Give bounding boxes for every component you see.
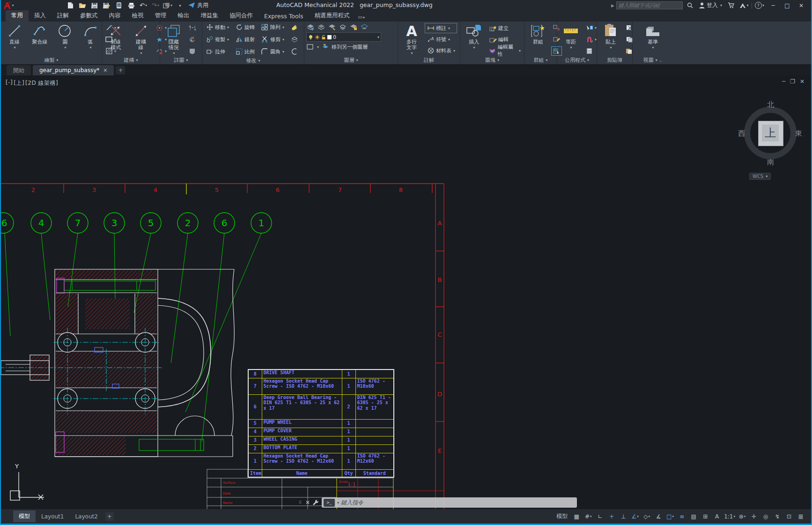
visual-style-menu-button[interactable]: [2D 線架構] — [25, 79, 58, 87]
stretch-button[interactable]: 拉伸 — [204, 47, 233, 56]
arc-button[interactable]: 弧▾ — [79, 22, 102, 56]
annotation-visibility-toggle[interactable]: A — [711, 511, 723, 522]
help-button[interactable]: ?▾ — [754, 0, 765, 10]
new-layout-button[interactable]: + — [105, 512, 114, 521]
layout1-tab[interactable]: Layout1 — [36, 511, 69, 522]
drawing-canvas[interactable]: 2 3 4 5 6 7 8 A B C D E — [1, 75, 811, 509]
grid-toggle[interactable]: ▦ — [571, 511, 582, 522]
ray-mode-button[interactable]: 射線 模式 — [104, 22, 127, 56]
model-tab[interactable]: 模型 — [13, 510, 36, 522]
layer-off-button[interactable] — [306, 43, 314, 51]
viewcube-top-face[interactable]: 上 — [758, 121, 783, 146]
file-tab-document[interactable]: gear_pump_subassy* ✕ — [33, 65, 114, 75]
redo-button[interactable]: ↷▾ — [150, 0, 161, 10]
balloon-callouts[interactable]: 6 4 7 3 5 2 6 1 — [1, 213, 272, 233]
search-button[interactable] — [685, 0, 696, 10]
panel-label-annotate[interactable]: 註解 — [398, 56, 460, 64]
viewcube[interactable]: 北 西 東 南 上 — [740, 103, 801, 163]
save-button[interactable] — [89, 0, 100, 10]
tab-addins[interactable]: 增益集 — [195, 10, 224, 22]
scale-button[interactable]: 比例 — [234, 47, 258, 56]
paste-button[interactable]: 貼上▾ — [599, 22, 622, 56]
detail-rotate-button[interactable]: A — [187, 35, 197, 44]
panel-label-group[interactable]: 群組▾ — [524, 56, 557, 64]
measure-button[interactable]: 等距▾ — [559, 22, 583, 56]
move-button[interactable]: 移動▾ — [204, 22, 233, 32]
hide-situation-button[interactable]: 隱藏 情況▾ — [162, 22, 185, 56]
ribbon-display-toggle[interactable]: ▭▾ — [355, 12, 368, 22]
view-menu-button[interactable]: [上] — [14, 79, 24, 87]
move-to-layer-icon[interactable] — [321, 43, 329, 51]
new-drawing-tab-button[interactable]: + — [116, 66, 125, 74]
layer-lock-button[interactable] — [349, 23, 357, 31]
search-input[interactable] — [616, 1, 683, 9]
line-button[interactable]: 直線▾ — [3, 22, 26, 56]
layer-isolate-button[interactable] — [328, 23, 336, 31]
erase-button[interactable] — [289, 22, 302, 32]
panel-label-block[interactable]: 圖塊▾ — [460, 56, 524, 64]
block-create-button[interactable]: 建立 — [487, 23, 522, 33]
viewport-menu-button[interactable]: [-] — [6, 79, 13, 87]
layer-dropdown[interactable]: 0 ▾ — [306, 32, 381, 42]
tab-express-tools[interactable]: Express Tools — [258, 11, 309, 22]
tab-manage[interactable]: 管理 — [149, 10, 172, 22]
file-tab-close-icon[interactable]: ✕ — [103, 67, 107, 74]
command-input-bar[interactable]: >_ ▾ 鍵入指令 — [322, 497, 577, 508]
workspace-switching-button[interactable]: ⊛▾ — [737, 511, 748, 522]
viewcube-west[interactable]: 西 — [738, 129, 745, 138]
command-line[interactable]: ⠿ ✕ >_ ▾ 鍵入指令 — [299, 496, 577, 509]
app-menu-button[interactable]: ▾ — [3, 0, 14, 10]
sign-in-button[interactable]: 登入 ▾ — [698, 0, 723, 10]
tab-collaborate[interactable]: 協同合作 — [224, 10, 258, 22]
power-snap-button[interactable]: ▾ — [584, 35, 598, 44]
doc-close-button[interactable]: ✕ — [800, 78, 805, 85]
construction-line-button[interactable]: 建構 線▾ — [129, 22, 153, 56]
dynamic-input-toggle[interactable]: + — [606, 511, 617, 522]
model-space-toggle[interactable]: 模型 — [554, 511, 570, 522]
layer-match-button[interactable] — [360, 23, 368, 31]
layout2-tab[interactable]: Layout2 — [69, 511, 103, 522]
panel-label-clipboard[interactable]: 剪貼簿 — [597, 56, 632, 64]
layer-freeze-button[interactable] — [339, 23, 347, 31]
panel-label-draw[interactable]: 繪製▾ — [1, 56, 102, 64]
open-from-web-mobile-button[interactable] — [113, 0, 125, 10]
bom-button[interactable]: 材料表▾ — [425, 46, 457, 55]
command-line-close-icon[interactable]: ✕ — [305, 499, 310, 506]
new-file-button[interactable] — [65, 0, 76, 10]
tab-featured-apps[interactable]: 精選應用程式 — [309, 10, 355, 22]
close-button[interactable]: ✕ — [795, 0, 807, 10]
panel-label-utilities[interactable]: 公用程式▾ — [557, 56, 597, 64]
quick-select-button[interactable]: ▾ — [584, 23, 598, 32]
undo-button[interactable]: ↶▾ — [138, 0, 149, 10]
save-as-button[interactable] — [101, 0, 112, 10]
annotation-scale-button[interactable]: 1:1▾ — [723, 511, 736, 522]
array-button[interactable]: 陣列▾ — [259, 22, 288, 32]
command-prompt-icon[interactable]: >_ — [324, 499, 335, 507]
annotation-monitor-toggle[interactable]: ✛ — [748, 511, 760, 522]
object-snap-toggle[interactable]: □▾ — [664, 511, 676, 522]
panel-label-modify[interactable]: 修改▾ — [202, 57, 304, 64]
doc-minimize-button[interactable]: ─ — [782, 78, 785, 85]
polar-tracking-toggle[interactable]: ∠▾ — [629, 511, 641, 522]
viewcube-east[interactable]: 東 — [795, 129, 802, 138]
polyline-button[interactable]: 聚合線 — [28, 22, 52, 56]
copy-button[interactable]: 複製▾ — [204, 35, 233, 44]
break-button[interactable] — [289, 47, 302, 56]
clean-screen-button[interactable]: ⊡ — [783, 511, 795, 522]
viewcube-north[interactable]: 北 — [767, 100, 774, 109]
tab-content[interactable]: 內容 — [103, 10, 126, 22]
panel-label-view[interactable]: 視圖▾⌄ — [633, 56, 673, 64]
open-file-button[interactable] — [77, 0, 88, 10]
block-edit-attributes-button[interactable]: 編輯屬性▾ — [487, 46, 522, 55]
command-line-drag-handle[interactable]: ⠿ — [299, 502, 303, 504]
transparency-toggle[interactable]: ▤ — [688, 511, 699, 522]
app-store-button[interactable] — [725, 0, 737, 10]
isolate-objects-button[interactable]: ◎ — [760, 511, 771, 522]
command-line-settings-button[interactable] — [313, 500, 319, 506]
maximize-button[interactable]: □ — [781, 0, 793, 10]
object-snap-tracking-toggle[interactable]: ∡ — [653, 511, 664, 522]
switch-windows-button[interactable]: ▾ — [162, 0, 173, 10]
doc-restore-button[interactable]: ❐ — [790, 78, 795, 85]
symbol-button[interactable]: A符號▾ — [425, 35, 457, 44]
isodraft-toggle[interactable]: ◇▾ — [641, 511, 652, 522]
